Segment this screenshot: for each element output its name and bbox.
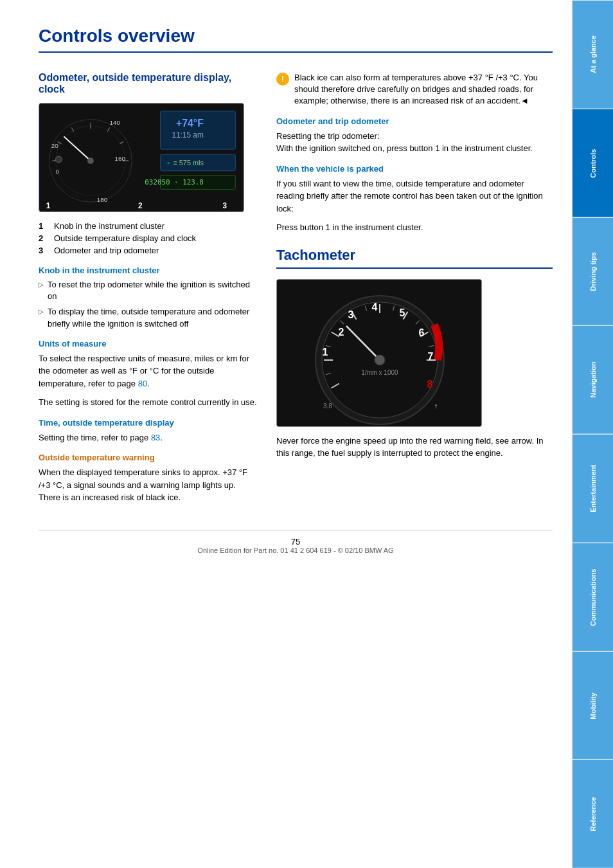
knob-header: Knob in the instrument cluster: [39, 266, 257, 275]
sidebar-tab-controls[interactable]: Controls: [573, 109, 613, 217]
svg-text:180: 180: [97, 196, 108, 203]
temp-warning-header: Outside temperature warning: [39, 453, 257, 462]
list-item-1: 1 Knob in the instrument cluster: [39, 221, 257, 231]
section1-header: Odometer, outside temperature display, c…: [39, 72, 257, 95]
svg-text:140: 140: [110, 119, 121, 126]
time-link[interactable]: 83: [151, 433, 160, 442]
temp-warning-text: When the displayed temperature sinks to …: [39, 466, 257, 504]
sidebar-tab-reference[interactable]: Reference: [573, 759, 613, 868]
units-text: To select the respective units of measur…: [39, 352, 257, 390]
warning-icon: !: [276, 73, 289, 86]
svg-text:2: 2: [339, 327, 344, 338]
instrument-image: 20 0 140 160 180 +74°F 11:15 am → ≡ 575 …: [39, 103, 244, 212]
tachometer-title: Tachometer: [276, 247, 553, 269]
svg-text:+74°F: +74°F: [176, 118, 204, 129]
svg-text:8: 8: [427, 379, 433, 390]
main-content: Controls overview Odometer, outside temp…: [0, 0, 572, 868]
svg-text:1/min x 1000: 1/min x 1000: [361, 369, 398, 376]
sidebar-tab-mobility[interactable]: Mobility: [573, 651, 613, 760]
tachometer-image: 2 1 3 4 5 6 7 8 1/min x 1000: [276, 279, 482, 427]
warning-box: ! Black ice can also form at temperature…: [276, 72, 553, 107]
sidebar-tab-at-a-glance[interactable]: At a glance: [573, 0, 613, 109]
footer-text: Online Edition for Part no. 01 41 2 604 …: [39, 547, 553, 554]
svg-text:4: 4: [372, 302, 378, 312]
sidebar-tab-driving-tips[interactable]: Driving tips: [573, 217, 613, 326]
svg-text:5: 5: [400, 307, 405, 318]
parked-text2: Press button 1 in the instrument cluster…: [276, 221, 553, 234]
bullet-arrow-2: ▷: [39, 307, 44, 329]
svg-text:1: 1: [323, 347, 328, 357]
list-item-3: 3 Odometer and trip odometer: [39, 246, 257, 255]
svg-text:11:15 am: 11:15 am: [172, 131, 204, 140]
svg-point-56: [375, 355, 385, 365]
list-item-2: 2 Outside temperature display and clock: [39, 233, 257, 243]
knob-bullets: ▷ To reset the trip odometer while the i…: [39, 279, 257, 330]
parked-text: If you still want to view the time, outs…: [276, 177, 553, 215]
svg-text:→ ≡ 575 mls: → ≡ 575 mls: [164, 159, 204, 167]
sidebar-tab-entertainment[interactable]: Entertainment: [573, 434, 613, 543]
svg-text:032050 · 123.8: 032050 · 123.8: [145, 178, 204, 186]
units-text2: The setting is stored for the remote con…: [39, 396, 257, 409]
page-footer: 75 Online Edition for Part no. 01 41 2 6…: [39, 530, 553, 554]
item-num-1: 1: [39, 221, 49, 231]
svg-text:6: 6: [419, 327, 425, 338]
item-num-3: 3: [39, 246, 49, 255]
col-right: ! Black ice can also form at temperature…: [276, 72, 553, 511]
knob-bullet-1: ▷ To reset the trip odometer while the i…: [39, 279, 257, 302]
units-link[interactable]: 80: [138, 379, 147, 388]
svg-text:↑: ↑: [434, 402, 438, 410]
svg-text:3: 3: [222, 201, 227, 210]
sidebar-tab-communications[interactable]: Communications: [573, 543, 613, 651]
tachometer-section: Tachometer: [276, 247, 553, 460]
time-text: Setting the time, refer to page 83.: [39, 431, 257, 444]
parked-header: When the vehicle is parked: [276, 164, 553, 174]
odometer-section: Odometer, outside temperature display, c…: [39, 72, 553, 511]
warning-text: Black ice can also form at temperatures …: [294, 72, 553, 107]
numbered-list: 1 Knob in the instrument cluster 2 Outsi…: [39, 221, 257, 255]
svg-text:2: 2: [138, 201, 143, 210]
odometer-trip-text: Resetting the trip odometer:With the ign…: [276, 130, 553, 155]
svg-text:3.8: 3.8: [323, 402, 332, 410]
svg-text:160: 160: [114, 155, 125, 162]
right-sidebar: At a glance Controls Driving tips Naviga…: [572, 0, 613, 868]
odometer-trip-header: Odometer and trip odometer: [276, 116, 553, 126]
svg-text:1: 1: [46, 201, 51, 210]
svg-text:7: 7: [428, 351, 434, 362]
sidebar-tab-navigation[interactable]: Navigation: [573, 325, 613, 434]
col-left: Odometer, outside temperature display, c…: [39, 72, 257, 511]
time-header: Time, outside temperature display: [39, 418, 257, 428]
page-number: 75: [39, 537, 553, 547]
svg-text:3: 3: [348, 309, 354, 320]
tachometer-body: Never force the engine speed up into the…: [276, 435, 553, 460]
page-title: Controls overview: [39, 26, 553, 53]
svg-point-11: [87, 158, 94, 164]
bullet-arrow-1: ▷: [39, 280, 44, 302]
svg-text:0: 0: [56, 168, 60, 175]
units-header: Units of measure: [39, 339, 257, 348]
svg-text:20: 20: [51, 142, 58, 149]
knob-bullet-2: ▷ To display the time, outside temperatu…: [39, 306, 257, 329]
item-num-2: 2: [39, 233, 49, 243]
svg-point-17: [56, 156, 62, 163]
